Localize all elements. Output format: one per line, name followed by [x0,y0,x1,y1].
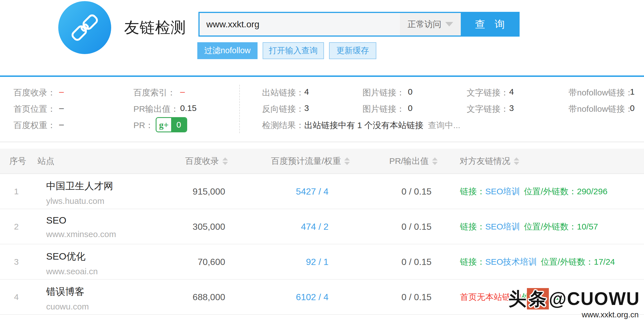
anchor-text-link[interactable]: SEO技术培训 [485,257,537,266]
filter-nofollow-button[interactable]: 过滤nofollow [197,42,258,59]
stats-panel: 百度收录：– 首页位置：– 百度权重：– 百度索引：– PR输出值：0.15 P… [0,77,644,142]
site-name: SEO优化 [46,250,98,263]
traffic-weight-link[interactable]: 5427 / 4 [250,186,328,197]
stat-nofollow-links-back: 带nofollow链接：0 [569,103,635,115]
traffic-weight-link[interactable]: 6102 / 4 [250,292,328,302]
column-header-baidu-collect: 百度收录 [185,149,228,173]
site-name: 错误博客 [46,285,89,298]
google-plus-icon: g+ [156,118,171,131]
url-input[interactable] [200,13,400,35]
sort-icon[interactable] [514,157,519,165]
stat-baidu-weight: 百度权重：– [14,120,64,131]
traffic-weight-link[interactable]: 474 / 2 [250,221,328,232]
row-index: 3 [11,257,21,267]
column-header-site: 站点 [37,149,54,173]
pr-output-value: 0 / 0.15 [353,221,431,232]
watermark: 头条@CUOWU [508,287,640,311]
site-name: SEO [46,215,116,226]
baidu-collect-value: 70,600 [146,257,225,267]
table-header: 序号 站点 百度收录 百度预计流量/权重 PR/输出值 对方友链情况 [0,149,644,174]
site-domain: cuowu.com [46,302,89,311]
column-header-link-status: 对方友链情况 [460,149,519,173]
site-cell: SEO优化 www.seoai.cn [46,250,98,276]
stat-text-links-back: 文字链接：3 [467,103,514,115]
pr-output-value: 0 / 0.15 [353,186,431,197]
sort-icon[interactable] [344,157,350,165]
anchor-text-link[interactable]: SEO培训 [485,186,520,196]
baidu-collect-value: 305,000 [146,221,225,232]
link-status: 链接：SEO技术培训位置/外链数：17/24 [460,256,615,268]
row-index: 4 [11,292,21,302]
open-input-query-button[interactable]: 打开输入查询 [263,42,324,59]
site-domain: www.seoai.cn [46,267,98,276]
column-header-seq: 序号 [9,149,26,173]
status-dropdown-label: 正常访问 [408,19,441,30]
stat-baidu-index: 百度索引：– [133,87,185,99]
stat-outbound-links: 出站链接：4 [262,87,309,99]
watermark-site-url: www.xxkt.org.cn [582,310,639,319]
baidu-collect-value: 688,000 [146,292,225,302]
stat-home-position: 首页位置：– [14,103,64,115]
pr-badge-value: 0 [171,118,186,131]
site-domain: ylws.huatu.com [46,196,113,206]
column-header-traffic-weight: 百度预计流量/权重 [271,149,350,173]
stat-nofollow-links-out: 带nofollow链接：1 [569,87,635,99]
stat-image-links-out: 图片链接：0 [363,87,413,99]
refresh-cache-button[interactable]: 更新缓存 [329,42,376,59]
page-title: 友链检测 [124,17,186,38]
site-domain: www.xminseo.com [46,229,116,239]
pending-status: 查询中... [428,120,460,131]
link-status: 链接：SEO培训位置/外链数：290/296 [460,186,607,197]
baidu-collect-value: 915,000 [146,186,225,197]
pr-badge: g+ 0 [156,117,187,132]
app-logo [58,1,111,54]
anchor-text-link[interactable]: SEO培训 [485,222,520,231]
stat-text-links-out: 文字链接：4 [467,87,514,99]
traffic-weight-link[interactable]: 92 / 1 [250,257,328,267]
column-header-pr-output: PR/输出值 [389,149,438,173]
stat-image-links-back: 图片链接：0 [363,103,413,115]
watermark-box: 条 [527,288,549,309]
site-name: 中国卫生人才网 [46,180,113,193]
search-bar: 正常访问 查 询 [198,12,520,37]
stat-check-result: 检测结果： 出站链接中有 1 个没有本站链接 查询中... [262,120,460,131]
stat-baidu-collect: 百度收录：– [14,87,64,99]
pr-output-value: 0 / 0.15 [353,257,431,267]
row-index: 1 [11,187,21,196]
table-row: 1 中国卫生人才网 ylws.huatu.com 915,000 5427 / … [0,174,644,209]
row-index: 2 [11,222,21,231]
pr-output-value: 0 / 0.15 [353,292,431,302]
sort-icon[interactable] [432,157,438,165]
table-row: 2 SEO www.xminseo.com 305,000 474 / 2 0 … [0,209,644,244]
sort-icon[interactable] [222,157,228,165]
site-cell: 错误博客 cuowu.com [46,285,89,311]
quick-actions: 过滤nofollow 打开输入查询 更新缓存 [197,42,376,59]
stat-backlinks: 反向链接：3 [262,103,309,115]
site-cell: 中国卫生人才网 ylws.huatu.com [46,180,113,206]
chevron-down-icon [445,22,453,26]
status-dropdown[interactable]: 正常访问 [400,13,461,35]
site-cell: SEO www.xminseo.com [46,215,116,239]
stat-pr-output: PR输出值：0.15 [133,103,196,115]
query-button[interactable]: 查 询 [462,12,520,37]
divider-dashed [239,85,240,133]
table-row: 3 SEO优化 www.seoai.cn 70,600 92 / 1 0 / 0… [0,244,644,280]
link-status: 链接：SEO培训位置/外链数：10/57 [460,221,598,232]
